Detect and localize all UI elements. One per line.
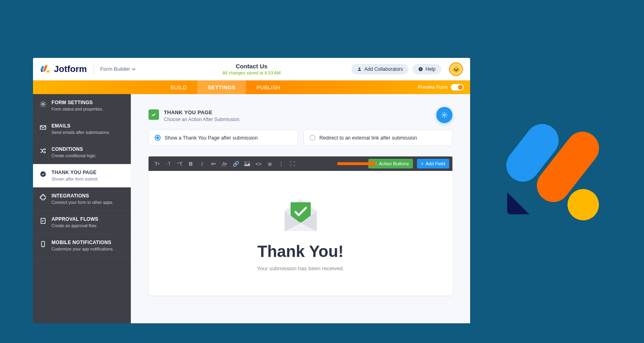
ribbon-tabs: BUILD SETTINGS PUBLISH bbox=[160, 80, 291, 94]
app-window: Jotform Form Builder Contact Us All chan… bbox=[33, 58, 470, 323]
chevron-down-icon bbox=[132, 67, 136, 71]
check-circle-icon bbox=[39, 170, 47, 178]
avatar-emoji: 🐱 bbox=[452, 65, 460, 74]
gear-icon bbox=[441, 111, 448, 119]
sidebar-item-sub: Form status and properties. bbox=[52, 107, 103, 111]
svg-point-12 bbox=[444, 114, 446, 116]
sidebar-item-sub: Connect your form to other apps. bbox=[52, 200, 114, 205]
sidebar-item-label: MOBILE NOTIFICATIONS bbox=[52, 240, 114, 245]
annotation-arrow-icon bbox=[337, 160, 378, 168]
sidebar-item-sub: Create an approval flow. bbox=[52, 223, 98, 228]
sidebar-item-label: INTEGRATIONS bbox=[52, 193, 114, 199]
mobile-icon bbox=[39, 240, 47, 248]
sidebar-item-mobile-notifications[interactable]: MOBILE NOTIFICATIONSCustomize your app n… bbox=[33, 234, 131, 257]
text-color-icon[interactable]: A▾ bbox=[219, 158, 230, 169]
code-icon[interactable]: <> bbox=[253, 158, 264, 169]
ribbon-nav: BUILD SETTINGS PUBLISH Preview Form bbox=[33, 80, 470, 94]
help-icon: ? bbox=[418, 67, 423, 72]
sidebar-item-label: THANK YOU PAGE bbox=[52, 170, 99, 175]
preview-form-toggle[interactable]: Preview Form bbox=[418, 84, 464, 90]
sidebar-item-emails[interactable]: EMAILSSend emails after submissions. bbox=[33, 117, 131, 141]
bold-icon[interactable]: B bbox=[186, 158, 196, 169]
topbar-center: Contact Us All changes saved at 4:53 AM bbox=[223, 63, 281, 75]
svg-marker-16 bbox=[370, 160, 378, 167]
help-button[interactable]: ? Help bbox=[413, 64, 441, 74]
option-redirect[interactable]: Redirect to an external link after submi… bbox=[303, 129, 453, 146]
list-icon[interactable]: ≣ bbox=[264, 158, 275, 169]
sidebar-item-label: FORM SETTINGS bbox=[52, 100, 103, 105]
form-builder-dropdown[interactable]: Form Builder bbox=[100, 66, 136, 72]
svg-point-14 bbox=[246, 162, 247, 164]
page-settings-button[interactable] bbox=[436, 107, 452, 123]
svg-point-2 bbox=[47, 70, 50, 73]
brand-logo[interactable]: Jotform bbox=[40, 64, 87, 74]
action-options: Show a Thank You Page after submission R… bbox=[149, 129, 452, 146]
svg-point-6 bbox=[42, 103, 44, 105]
form-builder-label: Form Builder bbox=[100, 66, 130, 72]
settings-sidebar: FORM SETTINGSForm status and properties.… bbox=[33, 94, 131, 323]
main-content: THANK YOU PAGE Choose an Action After Su… bbox=[131, 94, 470, 323]
sidebar-item-sub: Send emails after submissions. bbox=[52, 130, 110, 135]
radio-checked[interactable] bbox=[155, 135, 161, 141]
form-title[interactable]: Contact Us bbox=[223, 63, 281, 70]
sidebar-item-form-settings[interactable]: FORM SETTINGSForm status and properties. bbox=[33, 94, 131, 117]
action-buttons-label: Action Buttons bbox=[379, 161, 409, 166]
image-icon[interactable] bbox=[242, 158, 252, 169]
radio-unchecked[interactable] bbox=[310, 135, 316, 141]
tab-publish[interactable]: PUBLISH bbox=[246, 80, 291, 94]
thank-you-title: Thank You! bbox=[157, 242, 444, 261]
font-size-icon[interactable]: T▾ bbox=[152, 158, 162, 169]
topbar: Jotform Form Builder Contact Us All chan… bbox=[33, 58, 470, 80]
sidebar-item-approval-flows[interactable]: APPROVAL FLOWSCreate an approval flow. bbox=[33, 211, 131, 234]
align-icon[interactable]: ≡▾ bbox=[208, 158, 219, 169]
topbar-right: Add Collaborators ? Help 🐱 bbox=[351, 62, 463, 76]
option-show-thank-you[interactable]: Show a Thank You Page after submission bbox=[149, 129, 298, 146]
tab-build[interactable]: BUILD bbox=[160, 80, 198, 94]
toggle-switch[interactable] bbox=[451, 84, 464, 90]
link-icon[interactable]: 🔗 bbox=[231, 158, 241, 169]
thank-you-editor: T▾ ₋T ⁺T B I ≡▾ A▾ 🔗 <> ≣ ⋮ ⛶ bbox=[149, 156, 452, 296]
fullscreen-icon[interactable]: ⛶ bbox=[287, 158, 297, 169]
sidebar-item-sub: Customize your app notifications. bbox=[52, 246, 114, 251]
sidebar-item-label: CONDITIONS bbox=[52, 146, 97, 152]
clipboard-check-icon bbox=[39, 217, 47, 224]
sidebar-item-label: APPROVAL FLOWS bbox=[52, 216, 98, 222]
italic-icon[interactable]: I bbox=[197, 158, 207, 169]
svg-point-3 bbox=[359, 68, 360, 69]
editor-toolbar: T▾ ₋T ⁺T B I ≡▾ A▾ 🔗 <> ≣ ⋮ ⛶ bbox=[149, 156, 452, 171]
email-icon bbox=[39, 124, 47, 131]
envelope-icon bbox=[279, 191, 323, 235]
more-icon[interactable]: ⋮ bbox=[276, 158, 286, 169]
help-label: Help bbox=[425, 66, 436, 72]
font-decrease-icon[interactable]: ₋T bbox=[163, 158, 173, 169]
sidebar-item-thank-you[interactable]: THANK YOU PAGEShown after form submit. bbox=[33, 164, 131, 187]
shuffle-icon bbox=[39, 147, 47, 154]
sidebar-item-integrations[interactable]: INTEGRATIONSConnect your form to other a… bbox=[33, 187, 131, 211]
section-subtitle: Choose an Action After Submission: bbox=[164, 117, 241, 122]
tab-settings[interactable]: SETTINGS bbox=[197, 80, 246, 94]
svg-text:?: ? bbox=[420, 68, 421, 70]
svg-point-8 bbox=[40, 171, 46, 177]
avatar[interactable]: 🐱 bbox=[449, 62, 463, 76]
sidebar-item-label: EMAILS bbox=[52, 123, 110, 129]
add-field-button[interactable]: + Add Field bbox=[417, 159, 449, 168]
svg-point-11 bbox=[43, 246, 43, 246]
sidebar-item-conditions[interactable]: CONDITIONSCreate conditional logic. bbox=[33, 141, 131, 164]
jotform-icon bbox=[40, 64, 51, 74]
divider bbox=[93, 64, 94, 75]
plus-icon: + bbox=[421, 161, 424, 166]
gear-icon bbox=[39, 101, 47, 108]
background-logo bbox=[507, 133, 612, 217]
section-header: THANK YOU PAGE Choose an Action After Su… bbox=[149, 109, 452, 122]
preview-label: Preview Form bbox=[418, 84, 448, 90]
sidebar-item-sub: Create conditional logic. bbox=[52, 153, 97, 158]
option-label: Show a Thank You Page after submission bbox=[165, 135, 258, 141]
puzzle-icon bbox=[39, 194, 47, 201]
add-field-label: Add Field bbox=[425, 161, 445, 166]
brand-name: Jotform bbox=[54, 64, 87, 74]
add-collaborators-button[interactable]: Add Collaborators bbox=[351, 64, 409, 74]
check-badge-icon bbox=[149, 109, 159, 120]
option-label: Redirect to an external link after submi… bbox=[320, 135, 417, 141]
font-increase-icon[interactable]: ⁺T bbox=[174, 158, 185, 169]
editor-canvas[interactable]: Thank You! Your submission has been rece… bbox=[149, 171, 452, 296]
